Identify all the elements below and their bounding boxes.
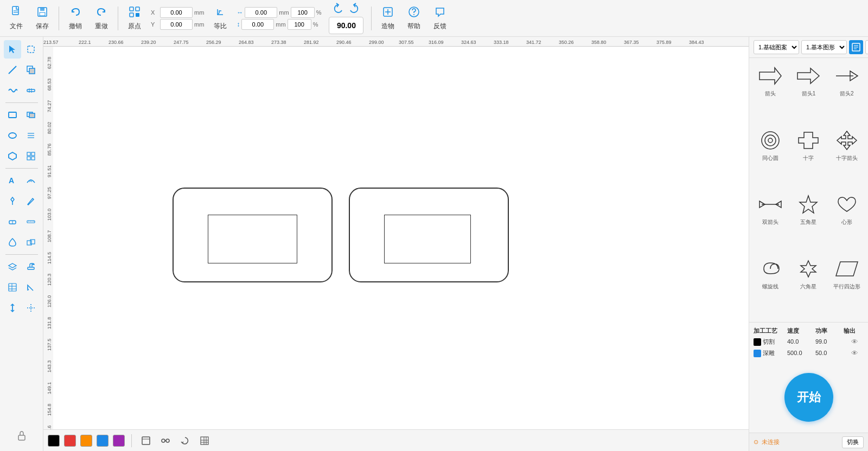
shape-arrow[interactable]: 箭头 <box>754 63 787 124</box>
save-label: 保存 <box>36 22 49 31</box>
tool-multi[interactable] <box>22 233 40 252</box>
svg-rect-100 <box>142 437 150 444</box>
x-input[interactable] <box>160 7 193 18</box>
shape-heart[interactable]: 心形 <box>830 192 864 252</box>
tool-edit[interactable] <box>22 192 40 210</box>
multi-select-btn[interactable] <box>158 433 173 448</box>
color-red[interactable] <box>64 435 76 447</box>
shape-cross[interactable]: 十字 <box>792 128 825 188</box>
process-row-engrave[interactable]: 深雕 500.0 50.0 👁 <box>754 347 864 359</box>
tool-measure[interactable] <box>22 81 40 100</box>
equal-button[interactable]: 等比 <box>208 4 232 33</box>
shape-cross-arrow[interactable]: 十字箭头 <box>830 128 864 188</box>
shape-double-arrow[interactable]: 双箭头 <box>754 192 787 252</box>
tool-shadow[interactable] <box>22 61 40 79</box>
tool-polygon[interactable] <box>4 147 21 165</box>
tool-shadow-rect[interactable] <box>22 106 40 124</box>
ruler-canvas-wrapper: 62.78 68.53 74.27 80.02 85.76 91.51 97.2… <box>43 47 749 429</box>
svg-text:324.63: 324.63 <box>461 40 476 45</box>
tool-text[interactable]: A <box>4 171 21 190</box>
tool-pair-layer <box>4 257 40 276</box>
svg-text:62.78: 62.78 <box>47 57 52 69</box>
height-pct-input[interactable] <box>288 19 311 30</box>
tool-lock[interactable] <box>3 427 40 445</box>
tool-grid[interactable] <box>22 147 40 165</box>
shape-inner-2[interactable] <box>384 215 471 263</box>
shape-star6[interactable]: 六角星 <box>792 256 825 317</box>
save-button[interactable]: 保存 <box>30 4 54 33</box>
grid-btn[interactable] <box>197 433 212 448</box>
tool-split[interactable] <box>22 299 40 317</box>
tool-select[interactable] <box>4 40 21 59</box>
engrave-visibility-btn[interactable]: 👁 <box>844 349 865 357</box>
y-unit: mm <box>194 21 204 28</box>
svg-text:222.1: 222.1 <box>79 40 91 45</box>
canvas[interactable] <box>53 47 749 429</box>
svg-text:281.92: 281.92 <box>304 40 319 45</box>
create-button[interactable]: 造物 <box>376 4 400 33</box>
cut-visibility-btn[interactable]: 👁 <box>844 338 865 346</box>
feedback-label: 反馈 <box>433 22 446 31</box>
width-pct-input[interactable] <box>291 7 315 18</box>
shape-inner-1[interactable] <box>208 215 297 263</box>
height-input[interactable] <box>241 19 274 30</box>
tool-table[interactable] <box>4 278 21 297</box>
refresh-btn[interactable] <box>177 433 193 448</box>
svg-point-121 <box>762 132 779 149</box>
undo-button[interactable]: 撤销 <box>63 4 87 33</box>
help-button[interactable]: 帮助 <box>402 4 426 33</box>
tool-pair-text: A A <box>4 171 40 190</box>
tab-edit[interactable] <box>849 40 863 54</box>
shape-spiral-label: 螺旋线 <box>762 283 778 291</box>
color-orange[interactable] <box>80 435 92 447</box>
tool-layer[interactable] <box>4 257 21 276</box>
tool-erase[interactable] <box>4 212 21 231</box>
tool-angle[interactable] <box>22 278 40 297</box>
tool-ruler[interactable] <box>22 212 40 231</box>
y-input[interactable] <box>160 19 193 30</box>
feedback-button[interactable]: 反馈 <box>428 4 452 33</box>
tool-wave[interactable] <box>4 81 21 100</box>
tool-stamp[interactable] <box>22 257 40 276</box>
file-button[interactable]: 文件 <box>4 4 28 33</box>
process-row-cut[interactable]: 切割 40.0 99.0 👁 <box>754 336 864 347</box>
category-dropdown-2[interactable]: 1.基本图形 <box>801 40 847 54</box>
start-button[interactable]: 开始 <box>784 373 833 422</box>
redo-button[interactable]: 重做 <box>90 4 113 33</box>
rotate-value: 90.00 <box>337 21 356 30</box>
rotate-value-display: 90.00 <box>329 17 363 34</box>
tool-text-curve[interactable]: A <box>22 171 40 190</box>
shape-concentric[interactable]: 同心圆 <box>754 128 787 188</box>
shape-parallelogram[interactable]: 平行四边形 <box>830 256 864 317</box>
svg-rect-16 <box>28 46 34 53</box>
tool-ellipse[interactable] <box>4 126 21 145</box>
canvas-area: 213.57 222.1 230.66 239.20 247.75 256.29… <box>43 37 749 451</box>
svg-marker-119 <box>797 68 819 83</box>
width-input[interactable] <box>245 7 277 18</box>
tool-pair-line <box>4 60 40 80</box>
tool-pen[interactable] <box>4 192 21 210</box>
category-dropdown-1[interactable]: 1.基础图案 <box>754 40 799 54</box>
tab-camera[interactable] <box>865 40 868 54</box>
shape-arrow2[interactable]: 箭头2 <box>830 63 864 124</box>
tool-line[interactable] <box>4 61 21 79</box>
shape-spiral[interactable]: 螺旋线 <box>754 256 787 317</box>
connect-button[interactable]: 切换 <box>842 436 864 448</box>
shape-star5[interactable]: 五角星 <box>792 192 825 252</box>
tool-color[interactable] <box>4 233 21 252</box>
origin-button[interactable]: 原点 <box>123 4 146 33</box>
engrave-speed: 500.0 <box>787 350 814 356</box>
shape-arrow1[interactable]: 箭头1 <box>792 63 825 124</box>
svg-text:384.43: 384.43 <box>689 40 704 45</box>
svg-point-123 <box>768 138 773 143</box>
tool-rect[interactable] <box>4 106 21 124</box>
color-blue[interactable] <box>97 435 108 447</box>
tool-crop[interactable] <box>22 40 40 59</box>
color-black[interactable] <box>48 435 60 447</box>
svg-text:350.26: 350.26 <box>559 40 574 45</box>
tool-align[interactable] <box>22 126 40 145</box>
frame-btn[interactable] <box>138 433 154 448</box>
color-purple[interactable] <box>113 435 125 447</box>
tool-sort[interactable] <box>4 299 21 317</box>
tool-pair-color <box>4 233 40 252</box>
